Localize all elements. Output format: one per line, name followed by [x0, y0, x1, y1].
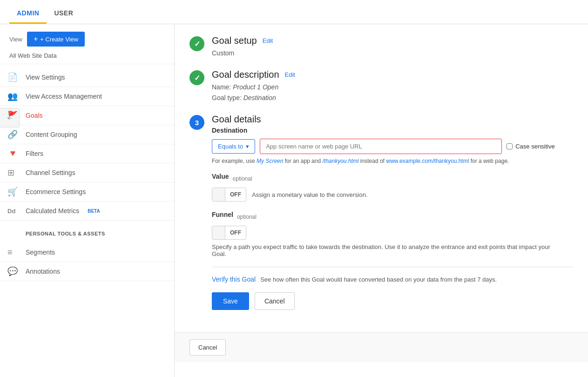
create-view-button[interactable]: + + Create View — [27, 32, 85, 47]
verify-section: Verify this Goal See how often this Goal… — [212, 267, 573, 283]
annotations-icon: 💬 — [7, 266, 18, 276]
goal-setup-status: Custom — [212, 48, 573, 58]
destination-label: Destination — [212, 127, 573, 134]
step3-indicator: 3 — [189, 115, 204, 130]
goal-details-step: 3 Goal details Destination Equals to ▾ — [189, 114, 573, 310]
value-optional: optional — [233, 175, 252, 182]
bottom-cancel-bar: Cancel — [175, 332, 588, 362]
beta-badge: BETA — [88, 209, 100, 214]
toggle-knob-funnel — [212, 226, 225, 239]
goal-details-title: Goal details — [212, 114, 261, 125]
nav-admin[interactable]: ADMIN — [9, 3, 47, 24]
toggle-knob-value — [212, 188, 225, 201]
goal-desc-type: Goal type: Destination — [212, 93, 573, 103]
main-content: ✓ Goal setup Edit Custom ✓ Goal des — [175, 24, 588, 332]
goal-desc-name: Name: Product 1 Open — [212, 82, 573, 92]
verify-goal-link[interactable]: Verify this Goal — [212, 276, 256, 283]
case-sensitive-label: Case sensitive — [515, 143, 555, 150]
sidebar-item-ecommerce-settings[interactable]: 🛒 Ecommerce Settings — [0, 182, 174, 202]
site-label: All Web Site Data — [0, 50, 174, 64]
cancel-button[interactable]: Cancel — [255, 292, 295, 310]
filters-icon: 🔻 — [7, 148, 18, 159]
sidebar-item-filters[interactable]: 🔻 Filters — [0, 144, 174, 163]
bottom-cancel-button[interactable]: Cancel — [189, 339, 226, 356]
view-access-icon: 👥 — [7, 91, 18, 101]
value-section: Value optional OFF Assign a monetary val… — [212, 173, 573, 202]
step1-indicator: ✓ — [189, 36, 204, 51]
personal-nav-list: ≡ Segments 💬 Annotations — [0, 239, 174, 285]
content-grouping-icon: 🔗 — [7, 129, 18, 140]
value-toggle[interactable]: OFF — [212, 188, 246, 202]
sidebar-item-annotations[interactable]: 💬 Annotations — [0, 262, 174, 281]
sidebar: View + + Create View All Web Site Data ←… — [0, 24, 175, 377]
goal-desc-title: Goal description — [212, 69, 279, 80]
step2-indicator: ✓ — [189, 70, 204, 85]
goal-setup-step: ✓ Goal setup Edit Custom — [189, 35, 573, 58]
action-buttons: Save Cancel — [212, 292, 573, 310]
checkmark2-icon: ✓ — [194, 74, 200, 82]
calculated-metrics-icon: Dd — [7, 208, 15, 215]
sidebar-item-channel-settings[interactable]: ⊞ Channel Settings — [0, 163, 174, 182]
sidebar-item-goals[interactable]: 🚩 Goals — [0, 106, 174, 125]
sidebar-item-calculated-metrics[interactable]: Dd Calculated Metrics BETA — [0, 202, 174, 221]
dropdown-arrow-icon: ▾ — [246, 143, 249, 150]
top-nav: ADMIN USER — [0, 0, 588, 24]
checkmark-icon: ✓ — [194, 40, 200, 48]
funnel-optional: optional — [237, 214, 257, 220]
channel-settings-icon: ⊞ — [7, 168, 14, 178]
personal-tools-header: PERSONAL TOOLS & ASSETS — [0, 224, 174, 239]
save-button[interactable]: Save — [212, 292, 249, 310]
value-toggle-text: OFF — [225, 188, 246, 201]
funnel-toggle[interactable]: OFF — [212, 226, 246, 240]
funnel-label: Funnel — [212, 211, 233, 218]
sidebar-item-view-access[interactable]: 👥 View Access Management — [0, 87, 174, 106]
sidebar-item-segments[interactable]: ≡ Segments — [0, 243, 174, 262]
sidebar-item-content-grouping[interactable]: 🔗 Content Grouping — [0, 125, 174, 144]
equals-to-button[interactable]: Equals to ▾ — [212, 139, 255, 154]
goal-description-step: ✓ Goal description Edit Name: Product 1 … — [189, 69, 573, 103]
case-sensitive-checkbox[interactable] — [507, 143, 513, 149]
goal-setup-title: Goal setup — [212, 35, 257, 46]
sidebar-item-view-settings[interactable]: 📄 View Settings — [0, 68, 174, 87]
goal-setup-edit-link[interactable]: Edit — [263, 37, 273, 44]
ecommerce-settings-icon: 🛒 — [7, 187, 18, 197]
goals-icon: 🚩 — [7, 110, 18, 121]
funnel-toggle-text: OFF — [225, 226, 246, 239]
nav-user[interactable]: USER — [47, 3, 81, 24]
segments-icon: ≡ — [7, 248, 13, 257]
nav-list: 📄 View Settings 👥 View Access Management… — [0, 64, 174, 224]
funnel-desc: Specify a path you expect traffic to tak… — [212, 243, 566, 257]
view-settings-icon: 📄 — [7, 72, 18, 82]
goal-desc-edit-link[interactable]: Edit — [285, 71, 295, 78]
verify-desc: See how often this Goal would have conve… — [260, 276, 497, 283]
view-label: View — [9, 36, 22, 43]
value-label: Value — [212, 173, 229, 180]
funnel-section: Funnel optional OFF Specify a path you e… — [212, 211, 573, 257]
destination-help-text: For example, use My Screen for an app an… — [212, 158, 573, 164]
url-input[interactable] — [260, 139, 502, 154]
value-desc: Assign a monetary value to the conversio… — [252, 191, 368, 198]
